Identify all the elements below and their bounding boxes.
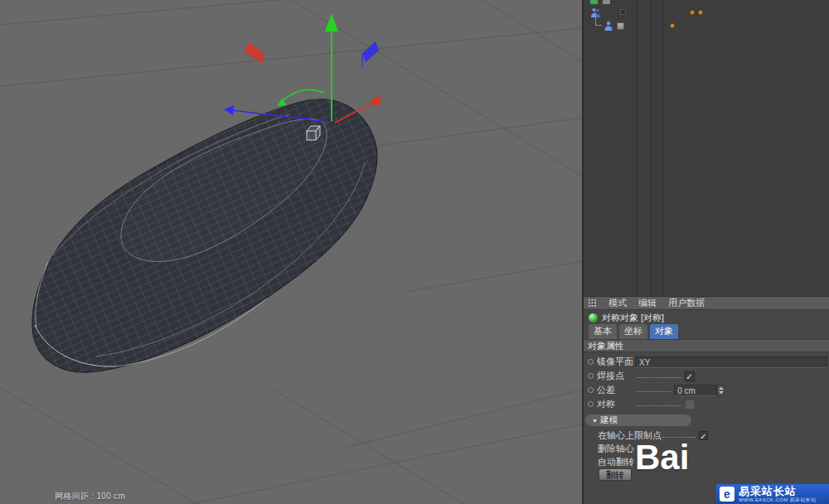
object-row-symmetry[interactable] bbox=[584, 7, 829, 19]
section-object-properties: 对象属性 bbox=[584, 339, 829, 352]
am-tabs: 基本 坐标 对象 bbox=[584, 325, 829, 339]
grid-spacing-label: 网格间距 : 100 cm bbox=[55, 491, 125, 502]
object-type-icon bbox=[589, 313, 598, 322]
layer-color-chip[interactable] bbox=[620, 9, 626, 15]
keyframe-circle-icon[interactable] bbox=[588, 401, 594, 407]
mirror-plane-dropdown[interactable]: XY bbox=[635, 356, 827, 368]
viewport-canvas bbox=[0, 0, 582, 504]
value-spinner[interactable] bbox=[717, 385, 725, 396]
partial-icon bbox=[590, 0, 598, 4]
tag-dot[interactable] bbox=[670, 23, 675, 28]
keyframe-circle-icon[interactable] bbox=[588, 359, 594, 365]
symmetric-checkbox[interactable] bbox=[685, 400, 695, 410]
prop-label: 公差 bbox=[597, 384, 635, 396]
om-column-divider bbox=[662, 0, 663, 296]
object-row-child[interactable] bbox=[584, 20, 829, 32]
right-panel: 模式 编辑 用户数据 对称对象 [对称] 基本 坐标 对象 对象属性 镜像平面 … bbox=[582, 0, 829, 504]
group-header-modeling[interactable]: ▼ 建模 bbox=[585, 414, 691, 426]
weld-points-checkbox[interactable]: ✓ bbox=[685, 371, 695, 381]
tag-dot[interactable] bbox=[698, 10, 703, 15]
site-name: 易采站长站 bbox=[739, 486, 817, 497]
group-title: 建模 bbox=[600, 414, 618, 426]
keyframe-circle-icon[interactable] bbox=[588, 373, 594, 379]
figure-object-icon[interactable] bbox=[604, 21, 613, 32]
prop-row-weld-points: 焊接点 ✓ bbox=[584, 369, 829, 383]
om-column-divider bbox=[637, 0, 638, 296]
tolerance-input[interactable]: 0 cm bbox=[674, 385, 717, 396]
axis-z-arrowhead[interactable] bbox=[224, 105, 234, 115]
collapse-triangle-icon[interactable]: ▼ bbox=[592, 418, 598, 424]
dotted-leader bbox=[637, 371, 681, 378]
site-watermark-badge: e 易采站长站 WWW.EASCK.COM 易采站长站 bbox=[716, 484, 829, 504]
axis-y-arrowhead[interactable] bbox=[325, 13, 338, 32]
dotted-leader bbox=[663, 430, 696, 438]
menu-item-edit[interactable]: 编辑 bbox=[638, 297, 657, 309]
dotted-leader bbox=[637, 385, 671, 392]
axis-x-arrowhead[interactable] bbox=[371, 97, 383, 108]
flip-button[interactable]: 翻转 bbox=[599, 468, 632, 481]
baidu-watermark: Bai bbox=[635, 438, 689, 477]
prop-label: 对称 bbox=[597, 398, 635, 410]
menu-item-mode[interactable]: 模式 bbox=[608, 297, 627, 309]
am-object-header: 对称对象 [对称] bbox=[584, 311, 829, 325]
clamp-points-checkbox[interactable]: ✓ bbox=[699, 431, 708, 440]
am-menubar: 模式 编辑 用户数据 bbox=[584, 296, 829, 310]
prop-row-mirror-plane: 镜像平面 XY bbox=[584, 355, 829, 369]
plane-handle-x[interactable] bbox=[245, 42, 264, 65]
prop-row-symmetric: 对称 bbox=[584, 397, 829, 411]
polygon-tag-icon[interactable] bbox=[617, 22, 624, 30]
prop-label: 焊接点 bbox=[597, 370, 635, 382]
cinema4d-window: 网格间距 : 100 cm bbox=[0, 0, 829, 504]
site-logo-icon: e bbox=[720, 487, 734, 502]
3d-viewport[interactable]: 网格间距 : 100 cm bbox=[0, 0, 582, 504]
prop-row-tolerance: 公差 0 cm bbox=[584, 383, 829, 397]
mesh-object[interactable] bbox=[32, 99, 377, 372]
menu-item-userdata[interactable]: 用户数据 bbox=[668, 297, 705, 309]
plane-handle-z[interactable] bbox=[362, 41, 379, 67]
tab-coordinates[interactable]: 坐标 bbox=[619, 324, 647, 339]
axis-cube-icon[interactable] bbox=[307, 126, 320, 140]
panel-grip-icon[interactable] bbox=[588, 298, 597, 308]
item-label: 自动翻转 bbox=[598, 456, 634, 468]
object-title: 对称对象 [对称] bbox=[602, 312, 664, 324]
keyframe-circle-icon[interactable] bbox=[588, 387, 594, 393]
object-manager[interactable] bbox=[584, 0, 829, 296]
partial-icon bbox=[603, 0, 610, 4]
tab-object[interactable]: 对象 bbox=[650, 324, 678, 339]
site-url: WWW.EASCK.COM 易采站长站 bbox=[739, 497, 817, 502]
tab-basic[interactable]: 基本 bbox=[589, 324, 617, 339]
item-label: 删除轴心 bbox=[598, 443, 634, 455]
om-column-divider bbox=[651, 0, 652, 296]
tag-dot[interactable] bbox=[690, 10, 695, 15]
dotted-leader bbox=[637, 399, 681, 406]
prop-label: 镜像平面 bbox=[597, 356, 635, 368]
